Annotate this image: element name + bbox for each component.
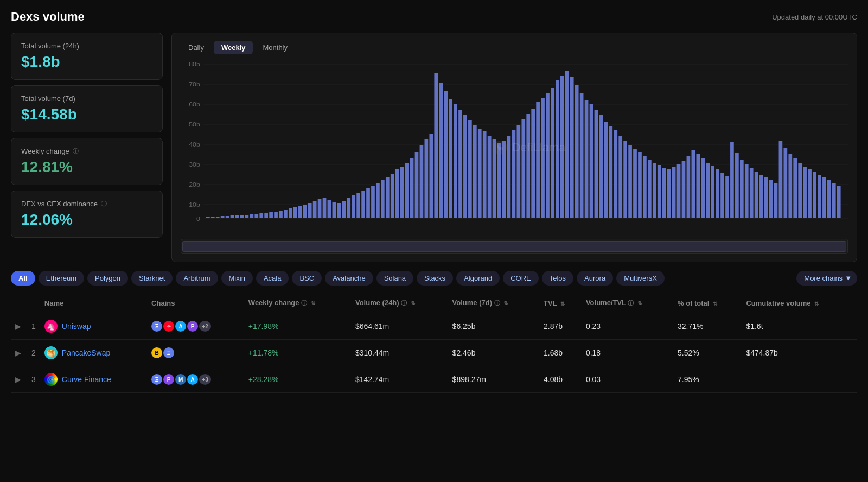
svg-rect-107 (628, 145, 632, 218)
th-name: Name (40, 293, 147, 313)
svg-rect-72 (458, 110, 462, 218)
svg-rect-44 (323, 198, 327, 218)
tab-daily[interactable]: Daily (181, 41, 212, 54)
svg-rect-116 (672, 167, 676, 218)
th-weekly-change[interactable]: Weekly change ⓘ ⇅ (244, 293, 351, 313)
svg-rect-134 (760, 175, 763, 218)
svg-rect-82 (507, 136, 511, 218)
svg-rect-37 (289, 208, 292, 218)
stat-card-volume-24h: Total volume (24h) $1.8b (11, 33, 163, 80)
chain-btn-algorand[interactable]: Algorand (456, 271, 500, 286)
uniswap-icon: 🦄 (44, 320, 58, 333)
svg-rect-106 (623, 141, 627, 218)
th-volume-24h[interactable]: Volume (24h) ⓘ ⇅ (351, 293, 448, 313)
chain-btn-mixin[interactable]: Mixin (221, 271, 253, 286)
chain-btn-bsc[interactable]: BSC (292, 271, 322, 286)
th-pct-total[interactable]: % of total ⇅ (673, 293, 742, 313)
svg-rect-150 (837, 186, 841, 218)
row-expand-pancake[interactable]: ▶ (11, 340, 27, 366)
chain-btn-all[interactable]: All (11, 271, 35, 286)
chart-scroll-thumb[interactable] (182, 241, 846, 252)
svg-rect-136 (769, 180, 773, 218)
svg-rect-88 (536, 102, 540, 218)
cumulative-sort-icon[interactable]: ⇅ (814, 301, 819, 307)
pancake-link[interactable]: PancakeSwap (62, 348, 111, 357)
chain-btn-core[interactable]: CORE (503, 271, 539, 286)
svg-rect-97 (580, 93, 584, 218)
chain-btn-stacks[interactable]: Stacks (417, 271, 453, 286)
chain-btn-more[interactable]: More chains ▼ (796, 271, 857, 286)
svg-rect-52 (361, 191, 365, 218)
tab-weekly[interactable]: Weekly (214, 41, 253, 54)
chain-btn-multiversx[interactable]: MultiversX (616, 271, 665, 286)
uniswap-link[interactable]: Uniswap (62, 322, 91, 331)
svg-rect-84 (516, 125, 520, 218)
cell-weekly-change-curve: +28.28% (244, 366, 351, 393)
svg-rect-100 (595, 110, 598, 218)
weekly-change-help-icon[interactable]: ⓘ (73, 147, 79, 155)
volume-24h-th-help-icon[interactable]: ⓘ (401, 300, 407, 306)
weekly-change-sort-icon[interactable]: ⇅ (311, 300, 315, 306)
row-expand-curve[interactable]: ▶ (11, 366, 27, 393)
cell-cumulative-curve (742, 366, 857, 393)
cell-chains-curve: Ξ P M A +3 (147, 366, 244, 393)
th-tvl[interactable]: TVL ⇅ (539, 293, 582, 313)
pct-total-sort-icon[interactable]: ⇅ (713, 301, 717, 307)
th-volume-7d[interactable]: Volume (7d) ⓘ ⇅ (448, 293, 539, 313)
chain-btn-aurora[interactable]: Aurora (577, 271, 613, 286)
chart-scroll[interactable] (181, 239, 848, 254)
chain-btn-acala[interactable]: Acala (256, 271, 289, 286)
svg-rect-133 (755, 172, 758, 218)
volume-7d-th-help-icon[interactable]: ⓘ (494, 300, 500, 306)
cell-volume-7d-curve: $898.27m (448, 366, 539, 393)
volume-7d-sort-icon[interactable]: ⇅ (503, 300, 508, 306)
svg-rect-74 (468, 120, 472, 218)
row-expand-uniswap[interactable]: ▶ (11, 313, 27, 340)
pancake-icon: 🥞 (44, 346, 58, 359)
svg-rect-125 (716, 169, 719, 218)
svg-rect-95 (570, 77, 574, 218)
stat-value-volume-7d: $14.58b (21, 106, 152, 123)
svg-text:80b: 80b (189, 61, 200, 67)
svg-rect-65 (425, 139, 429, 218)
volume-24h-sort-icon[interactable]: ⇅ (411, 300, 415, 306)
dex-cex-help-icon[interactable]: ⓘ (101, 200, 107, 208)
th-cumulative[interactable]: Cumulative volume ⇅ (742, 293, 857, 313)
weekly-change-th-help-icon[interactable]: ⓘ (301, 300, 307, 306)
chain-btn-arbitrum[interactable]: Arbitrum (176, 271, 218, 286)
th-volume-tvl[interactable]: Volume/TVL ⓘ ⇅ (582, 293, 673, 313)
cell-cumulative-pancake: $474.87b (742, 340, 857, 366)
svg-rect-129 (735, 153, 739, 218)
svg-rect-139 (783, 148, 787, 218)
volume-tvl-th-help-icon[interactable]: ⓘ (628, 300, 634, 306)
svg-rect-62 (410, 158, 414, 218)
chain-btn-avalanche[interactable]: Avalanche (325, 271, 373, 286)
svg-rect-131 (745, 164, 749, 218)
curve-link[interactable]: Curve Finance (62, 375, 111, 384)
chain-btn-telos[interactable]: Telos (542, 271, 573, 286)
chain-btn-solana[interactable]: Solana (376, 271, 413, 286)
bar-chart-svg: 80b 70b 60b 50b 40b 30b 20b 10b 0 (181, 61, 848, 224)
more-chains-label: More chains (804, 274, 843, 282)
svg-rect-42 (313, 201, 317, 218)
chart-container: 🦙 DefiLlama 80b 70b 60b 50b 40b 30b 20b … (181, 61, 848, 234)
svg-rect-115 (667, 169, 671, 218)
data-table-wrapper: Name Chains Weekly change ⓘ ⇅ Volume (24… (11, 293, 857, 393)
chain-btn-starknet[interactable]: Starknet (131, 271, 173, 286)
svg-rect-138 (779, 141, 783, 218)
volume-tvl-sort-icon[interactable]: ⇅ (637, 300, 642, 306)
tab-monthly[interactable]: Monthly (255, 41, 295, 54)
cell-volume-7d-uniswap: $6.25b (448, 313, 539, 340)
svg-rect-120 (692, 150, 695, 218)
chain-btn-polygon[interactable]: Polygon (87, 271, 128, 286)
tvl-sort-icon[interactable]: ⇅ (560, 301, 565, 307)
cell-weekly-change-uniswap: +17.98% (244, 313, 351, 340)
svg-text:10b: 10b (189, 201, 200, 208)
svg-text:Jul: Jul (637, 223, 646, 224)
svg-rect-68 (439, 83, 443, 218)
svg-rect-145 (813, 172, 816, 218)
chain-btn-ethereum[interactable]: Ethereum (39, 271, 84, 286)
svg-text:Jul: Jul (480, 223, 488, 224)
cell-volume-7d-pancake: $2.46b (448, 340, 539, 366)
svg-rect-36 (284, 210, 288, 218)
